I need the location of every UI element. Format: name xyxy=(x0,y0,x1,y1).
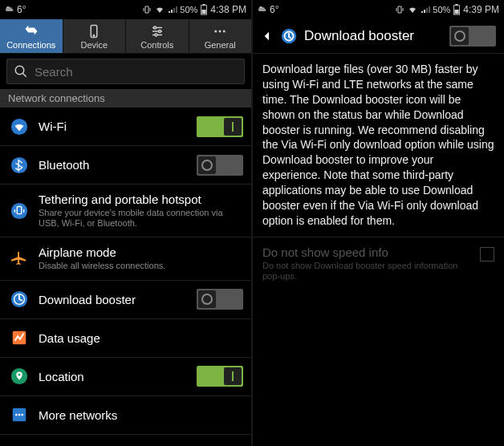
wifi-status-icon xyxy=(154,5,165,14)
time-label: 4:38 PM xyxy=(210,4,246,15)
svg-rect-28 xyxy=(456,4,459,6)
row-subtitle: Disable all wireless connections. xyxy=(39,261,243,271)
checkbox xyxy=(480,247,494,262)
settings-row-more[interactable]: More networks xyxy=(0,396,251,435)
svg-point-9 xyxy=(215,30,217,33)
battery-label: 50% xyxy=(433,5,450,14)
tab-label: Connections xyxy=(6,40,55,50)
data-icon xyxy=(8,329,30,347)
settings-row-wifi[interactable]: Wi-Fi xyxy=(0,107,251,146)
signal-icon xyxy=(421,5,430,14)
page-header: Download booster xyxy=(253,19,504,54)
svg-rect-2 xyxy=(203,4,206,6)
svg-rect-3 xyxy=(202,10,206,14)
row-title: Tethering and portable hotspot xyxy=(39,193,243,206)
svg-point-6 xyxy=(153,26,156,29)
tab-device[interactable]: Device xyxy=(63,19,127,53)
checkbox-title: Do not show speed info xyxy=(262,245,474,259)
row-title: Bluetooth xyxy=(39,158,197,172)
settings-row-booster[interactable]: Download booster xyxy=(0,281,251,319)
airplane-icon xyxy=(8,249,30,267)
more-icon xyxy=(8,406,30,424)
vibrate-icon xyxy=(142,5,152,14)
booster-toggle[interactable] xyxy=(449,26,496,47)
speed-info-checkbox-row: Do not show speed info Do not show Downl… xyxy=(253,237,504,290)
tab-connections[interactable]: Connections xyxy=(0,19,63,53)
tab-controls[interactable]: Controls xyxy=(126,19,189,53)
row-title: More networks xyxy=(39,408,243,422)
svg-point-7 xyxy=(158,30,161,33)
controls-icon xyxy=(149,24,165,39)
row-title: Data usage xyxy=(39,331,243,345)
booster-icon xyxy=(8,290,30,308)
page-title: Download booster xyxy=(304,28,449,44)
toggle-wifi[interactable] xyxy=(197,116,243,137)
rows-list: Wi-FiBluetoothTethering and portable hot… xyxy=(0,107,251,435)
svg-point-21 xyxy=(18,374,21,376)
search-bar[interactable] xyxy=(6,59,245,84)
svg-point-8 xyxy=(155,34,157,36)
svg-point-12 xyxy=(15,66,24,75)
row-title: Airplane mode xyxy=(39,245,243,259)
status-bar: 6° 50% 4:39 PM xyxy=(253,0,504,19)
general-icon xyxy=(212,24,228,39)
settings-tabs: Connections Device Controls General xyxy=(0,19,251,54)
checkbox-subtitle: Do not show Download booster speed infor… xyxy=(262,261,474,282)
bluetooth-icon xyxy=(8,156,30,174)
row-subtitle: Share your device's mobile data connecti… xyxy=(39,208,243,229)
weather-icon xyxy=(5,5,14,14)
svg-point-25 xyxy=(21,414,23,416)
temp-label: 6° xyxy=(270,4,278,15)
battery-icon xyxy=(453,4,461,15)
wifi-status-icon xyxy=(407,5,418,14)
connections-icon xyxy=(22,24,40,39)
svg-point-24 xyxy=(18,414,21,416)
toggle-location[interactable] xyxy=(197,366,243,387)
tab-label: Controls xyxy=(140,40,173,50)
location-icon xyxy=(8,367,30,385)
row-title: Download booster xyxy=(39,293,197,306)
row-title: Location xyxy=(39,370,197,383)
svg-rect-29 xyxy=(455,10,459,14)
download-booster-screen: 6° 50% 4:39 PM Download booster Download… xyxy=(253,0,504,446)
battery-icon xyxy=(200,4,208,15)
signal-icon xyxy=(168,5,177,14)
battery-label: 50% xyxy=(180,5,197,14)
svg-point-23 xyxy=(15,414,18,416)
settings-row-data[interactable]: Data usage xyxy=(0,319,251,358)
settings-row-bluetooth[interactable]: Bluetooth xyxy=(0,146,251,184)
toggle-bluetooth[interactable] xyxy=(197,155,243,176)
tether-icon xyxy=(8,202,30,220)
description-text: Download large files (over 30 MB) faster… xyxy=(253,54,504,237)
tab-general[interactable]: General xyxy=(189,19,252,53)
tab-label: Device xyxy=(80,40,108,50)
svg-point-11 xyxy=(223,30,226,33)
row-title: Wi-Fi xyxy=(39,120,197,133)
back-button[interactable] xyxy=(261,28,274,44)
wifi-icon xyxy=(8,118,30,136)
temp-label: 6° xyxy=(17,4,26,15)
device-icon xyxy=(87,24,101,39)
settings-row-airplane[interactable]: Airplane modeDisable all wireless connec… xyxy=(0,237,251,280)
settings-row-tether[interactable]: Tethering and portable hotspotShare your… xyxy=(0,184,251,237)
toggle-booster[interactable] xyxy=(197,289,243,310)
search-icon xyxy=(14,64,28,79)
settings-screen: 6° 50% 4:38 PM Connections Device Contro… xyxy=(0,0,251,446)
search-input[interactable] xyxy=(35,65,238,79)
tab-label: General xyxy=(205,40,236,50)
vibrate-icon xyxy=(395,5,404,14)
weather-icon xyxy=(258,5,267,14)
booster-icon xyxy=(280,27,298,45)
svg-point-15 xyxy=(11,203,27,219)
status-bar: 6° 50% 4:38 PM xyxy=(0,0,251,19)
section-header: Network connections xyxy=(0,89,251,107)
time-label: 4:39 PM xyxy=(463,4,499,15)
settings-row-location[interactable]: Location xyxy=(0,358,251,396)
svg-point-10 xyxy=(219,30,222,33)
svg-point-5 xyxy=(94,35,96,37)
